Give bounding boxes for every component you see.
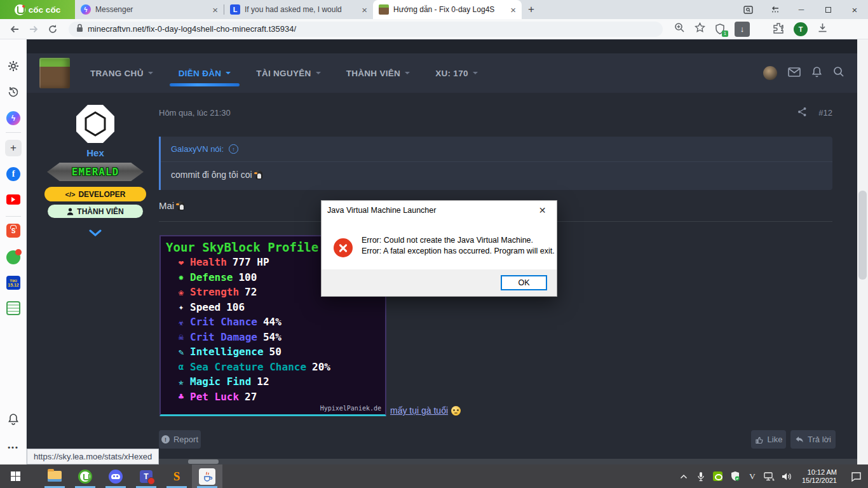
vertical-scrollbar-thumb[interactable] — [858, 191, 867, 280]
extensions-puzzle-icon[interactable] — [773, 22, 784, 36]
nav-item-trang-chu[interactable]: TRANG CHỦ — [90, 69, 153, 78]
nav-item-xu[interactable]: XU: 170 — [435, 69, 478, 78]
dialog-message: Error: Could not create the Java Virtual… — [362, 235, 555, 256]
taskbar-clock[interactable]: 10:12 AM 15/12/2021 — [798, 468, 841, 485]
mail-icon[interactable] — [788, 67, 801, 79]
nav-item-thanh-vien[interactable]: THÀNH VIÊN — [346, 69, 410, 78]
more-options-icon[interactable]: ••• — [0, 444, 27, 451]
stat-row-crit-chance: ☣ Crit Chance 44% — [166, 315, 380, 330]
java-icon — [199, 468, 215, 485]
tray-chevron-up-icon[interactable] — [678, 474, 689, 479]
facebook-icon[interactable]: f — [0, 167, 27, 181]
expand-quote-icon[interactable]: ↑ — [229, 144, 238, 154]
active-download-icon[interactable]: ↓ — [735, 22, 750, 37]
notifications-bell-icon[interactable] — [0, 413, 27, 426]
user-avatar-small[interactable] — [763, 66, 777, 80]
bookmark-star-icon[interactable] — [695, 22, 705, 36]
network-icon[interactable] — [764, 472, 775, 481]
forward-button[interactable] — [24, 25, 43, 34]
quote-header[interactable]: GalaxyVN nói: ↑ — [161, 137, 832, 162]
coccoc-brand[interactable]: cốc cốc — [0, 0, 75, 19]
post-number[interactable]: #12 — [818, 108, 832, 118]
maximize-button[interactable] — [815, 0, 841, 19]
tab-search-icon[interactable] — [735, 0, 761, 19]
share-icon[interactable] — [797, 107, 807, 119]
report-button[interactable]: ! Report — [159, 430, 201, 449]
horizontal-scrollbar-thumb[interactable] — [188, 459, 219, 464]
coccoc-icon — [78, 470, 92, 484]
tab-close-icon[interactable]: × — [510, 5, 516, 15]
quote-body: commit đi ông tôi coi — [161, 162, 832, 187]
clock-date: 15/12/2021 — [802, 477, 837, 485]
tab-lingq[interactable]: L If you had asked me, I would × — [224, 0, 373, 19]
browser-tab-strip: cốc cốc ϟ Messenger × L If you had asked… — [0, 0, 868, 19]
messenger-icon[interactable]: ϟ — [0, 111, 27, 125]
page-top-strip — [27, 39, 857, 53]
microphone-icon[interactable] — [695, 471, 707, 482]
taskbar-java[interactable] — [192, 464, 222, 488]
smirk-face-emoji — [451, 406, 461, 416]
penguin-emoji — [177, 201, 184, 210]
action-center-icon[interactable] — [846, 471, 865, 482]
penguin-emoji — [255, 170, 262, 179]
toolbar-icons: 1 ↓ T — [674, 22, 828, 37]
vertical-scrollbar[interactable] — [857, 39, 868, 464]
youtube-icon[interactable] — [0, 194, 27, 205]
minimize-button[interactable]: ─ — [788, 0, 815, 19]
reopen-tab-icon[interactable] — [761, 0, 788, 19]
teams-icon: T — [140, 470, 153, 483]
post-timestamp[interactable]: Hôm qua, lúc 21:30 — [159, 108, 231, 118]
tab-minecraftvn-active[interactable]: Hướng dẫn - Fix 0-day Log4S × — [373, 0, 522, 19]
taskbar-file-explorer[interactable] — [39, 464, 70, 488]
v-app-icon[interactable]: V — [747, 471, 758, 482]
tab-close-icon[interactable]: × — [212, 5, 218, 15]
minecraftvn-logo[interactable] — [39, 58, 70, 88]
close-window-button[interactable]: × — [841, 0, 868, 19]
author-name[interactable]: Hex — [27, 147, 164, 158]
zoom-icon[interactable] — [674, 22, 685, 36]
author-avatar[interactable] — [75, 104, 116, 147]
add-shortcut-button[interactable]: + — [0, 140, 27, 156]
nav-item-tai-nguyen[interactable]: TÀI NGUYÊN — [256, 69, 320, 78]
address-bar[interactable]: minecraftvn.net/fix-0-day-log4shell-cho-… — [69, 22, 663, 37]
downloads-icon[interactable] — [817, 22, 828, 36]
new-tab-button[interactable]: + — [528, 3, 534, 16]
alerts-bell-icon[interactable] — [811, 66, 822, 81]
dialog-titlebar[interactable]: Java Virtual Machine Launcher — [322, 201, 557, 220]
reload-button[interactable] — [43, 24, 62, 34]
coccoc-brand-label: cốc cốc — [29, 5, 60, 15]
strength-icon: ❀ — [175, 287, 187, 297]
taskbar-coccoc[interactable] — [70, 464, 100, 488]
tab-messenger[interactable]: ϟ Messenger × — [75, 0, 224, 19]
defender-shield-icon[interactable] — [729, 471, 741, 482]
taskbar-discord[interactable] — [100, 464, 131, 488]
nvidia-icon[interactable] — [712, 471, 724, 481]
speaker-icon[interactable] — [781, 472, 792, 481]
search-icon[interactable] — [833, 66, 844, 80]
taskbar-teams[interactable]: T — [131, 464, 161, 488]
reply-button[interactable]: Trả lời — [790, 430, 836, 449]
expand-chevron-icon[interactable] — [89, 227, 102, 239]
taskbar-sublime[interactable]: S — [161, 464, 192, 488]
discord-icon — [109, 470, 123, 484]
settings-gear-icon[interactable] — [0, 60, 27, 72]
history-icon[interactable] — [0, 86, 27, 98]
error-icon — [334, 238, 353, 257]
post-link[interactable]: mấy tụi gà tuổi — [390, 405, 461, 416]
tab-close-icon[interactable]: × — [362, 5, 367, 15]
coccoc-logo-icon — [15, 4, 25, 15]
ok-button[interactable]: OK — [501, 275, 547, 290]
start-button[interactable] — [0, 464, 31, 488]
like-button[interactable]: Like — [751, 430, 786, 449]
dialog-title: Java Virtual Machine Launcher — [327, 206, 436, 215]
news-icon[interactable] — [0, 301, 27, 315]
dialog-close-icon[interactable]: ✕ — [528, 201, 557, 220]
nav-item-dien-dan[interactable]: DIỄN ĐÀN — [179, 69, 231, 78]
profile-avatar[interactable]: T — [794, 22, 808, 36]
adblock-shield-icon[interactable]: 1 — [715, 24, 725, 35]
deals-icon[interactable] — [0, 250, 27, 264]
back-button[interactable] — [5, 25, 24, 34]
windows-logo-icon — [11, 471, 20, 481]
shopee-icon[interactable]: S — [0, 224, 27, 238]
tiki-icon[interactable]: TIKI15.12 — [0, 276, 27, 290]
